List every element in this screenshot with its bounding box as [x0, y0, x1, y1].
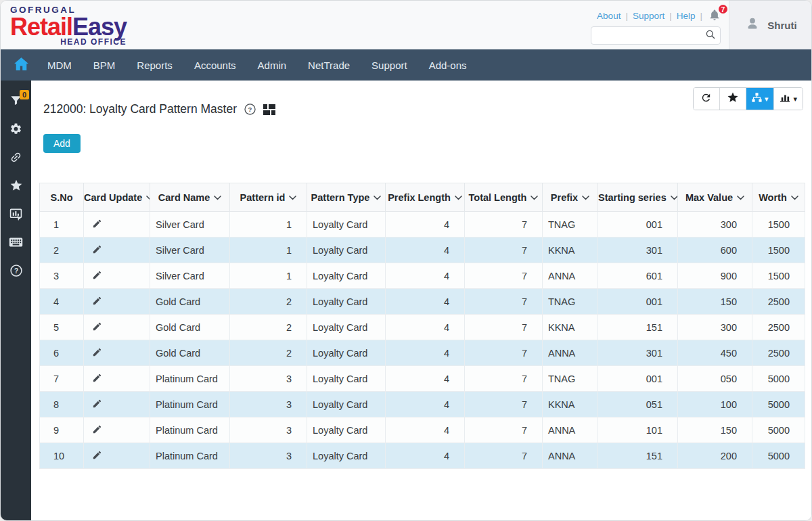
sidebar-help-button[interactable]: ? — [1, 258, 31, 286]
edit-row-button[interactable] — [89, 243, 105, 258]
notification-bell-button[interactable]: 7 — [708, 9, 721, 23]
home-button[interactable] — [9, 53, 32, 76]
column-header-pattern-type[interactable]: Pattern Type — [307, 183, 386, 212]
cell-starting-series: 301 — [598, 340, 678, 366]
edit-row-button[interactable] — [89, 320, 105, 335]
chart-view-button[interactable]: ▾ — [774, 88, 803, 110]
main-content: ▾ ▾ 212000: Loyalty Card Pattern Master … — [31, 81, 811, 521]
chevron-down-icon: ▾ — [793, 95, 797, 103]
table-row: 3Silver Card1Loyalty Card47ANNA601900150… — [40, 263, 805, 289]
table-row: 1Silver Card1Loyalty Card47TNAG001300150… — [40, 212, 805, 237]
cell-card-name: Gold Card — [150, 315, 230, 340]
cell-prefix-length: 4 — [386, 212, 465, 237]
nav-item-mdm[interactable]: MDM — [37, 49, 83, 81]
cell-pattern-id: 3 — [230, 392, 307, 417]
cell-prefix-length: 4 — [386, 443, 465, 469]
pencil-icon — [92, 321, 102, 334]
cell-max-value: 050 — [678, 366, 752, 392]
shortcut-grid-icon[interactable] — [263, 104, 275, 115]
edit-row-button[interactable] — [89, 371, 105, 386]
cell-prefix-length: 4 — [386, 366, 465, 392]
edit-row-button[interactable] — [89, 217, 105, 232]
cell-worth: 2500 — [752, 289, 805, 315]
edit-row-button[interactable] — [89, 449, 105, 463]
column-header-starting-series[interactable]: Starting series — [598, 183, 678, 212]
header-link-help[interactable]: Help — [677, 11, 696, 21]
link-separator: | — [625, 11, 628, 21]
star-icon — [9, 179, 23, 195]
cell-worth: 1500 — [752, 237, 805, 263]
column-header-worth[interactable]: Worth — [752, 183, 805, 212]
cell-worth: 5000 — [752, 417, 805, 443]
cell-prefix-length: 4 — [386, 237, 465, 263]
edit-row-button[interactable] — [89, 397, 105, 412]
app-window: GOFRUGAL RetailEasy HEAD OFFICE About|Su… — [0, 0, 812, 521]
filter-count-badge: 0 — [20, 90, 29, 99]
edit-row-button[interactable] — [89, 294, 105, 309]
cell-prefix: KKNA — [543, 315, 598, 340]
sidebar-dashboard-button[interactable] — [1, 201, 31, 229]
pencil-icon — [92, 244, 102, 256]
column-header-prefix-length[interactable]: Prefix Length — [386, 183, 465, 212]
cell-total-length: 7 — [465, 443, 543, 469]
nav-item-accounts[interactable]: Accounts — [183, 49, 247, 81]
column-header-prefix[interactable]: Prefix — [543, 183, 598, 212]
sidebar-links-button[interactable] — [1, 144, 31, 173]
cell-card-update — [84, 366, 150, 392]
sidebar-keyboard-button[interactable] — [1, 229, 31, 258]
cell-total-length: 7 — [465, 237, 543, 263]
nav-item-reports[interactable]: Reports — [126, 49, 183, 81]
nav-item-bpm[interactable]: BPM — [83, 49, 127, 81]
body-row: 0 — [1, 81, 811, 521]
sidebar-favorites-button[interactable] — [1, 173, 31, 201]
edit-row-button[interactable] — [89, 346, 105, 361]
cell-starting-series: 051 — [598, 392, 678, 417]
sidebar-settings-button[interactable] — [1, 116, 31, 144]
column-header-s-no: S.No — [40, 183, 84, 212]
star-filled-icon — [727, 91, 739, 106]
column-header-pattern-id[interactable]: Pattern id — [230, 183, 307, 212]
header-link-support[interactable]: Support — [633, 11, 664, 21]
table-header-row: S.NoCard UpdateCard NamePattern idPatter… — [40, 183, 805, 212]
nav-item-admin[interactable]: Admin — [247, 49, 298, 81]
table-row: 9Platinum Card3Loyalty Card47ANNA1011505… — [40, 417, 805, 443]
keyboard-icon — [9, 237, 23, 250]
search-icon[interactable] — [705, 29, 716, 43]
favorite-button[interactable] — [720, 88, 746, 110]
header-spacer — [127, 1, 591, 49]
sidebar-filter-button[interactable]: 0 — [1, 87, 31, 116]
nav-item-support[interactable]: Support — [361, 49, 418, 81]
title-help-button[interactable]: ? — [244, 103, 256, 116]
search-input[interactable] — [597, 30, 705, 41]
cell-s-no: 10 — [40, 443, 84, 469]
cell-card-update — [84, 289, 150, 315]
cell-total-length: 7 — [465, 212, 543, 237]
nav-item-add-ons[interactable]: Add-ons — [418, 49, 478, 81]
refresh-button[interactable] — [694, 88, 720, 110]
table-row: 8Platinum Card3Loyalty Card47KKNA0511005… — [40, 392, 805, 417]
edit-row-button[interactable] — [89, 269, 105, 284]
column-header-card-name[interactable]: Card Name — [150, 183, 230, 212]
column-label: Prefix — [551, 192, 578, 203]
user-menu[interactable]: Shruti — [729, 1, 811, 49]
add-button[interactable]: Add — [43, 134, 81, 153]
cell-pattern-type: Loyalty Card — [307, 212, 386, 237]
left-sidebar: 0 — [1, 81, 31, 521]
column-header-max-value[interactable]: Max Value — [678, 183, 752, 212]
cell-s-no: 5 — [40, 315, 84, 340]
cell-pattern-id: 1 — [230, 237, 307, 263]
cell-max-value: 450 — [678, 340, 752, 366]
nav-item-nettrade[interactable]: NetTrade — [297, 49, 361, 81]
table-row: 6Gold Card2Loyalty Card47ANNA3014502500 — [40, 340, 805, 366]
column-header-total-length[interactable]: Total Length — [465, 183, 543, 212]
header-link-about[interactable]: About — [597, 11, 621, 21]
column-label: Worth — [759, 192, 787, 203]
edit-row-button[interactable] — [89, 423, 105, 438]
cell-max-value: 600 — [678, 237, 752, 263]
cell-prefix-length: 4 — [386, 340, 465, 366]
cell-s-no: 1 — [40, 212, 84, 237]
column-header-card-update[interactable]: Card Update — [84, 183, 150, 212]
hierarchy-icon — [752, 93, 762, 105]
hierarchy-view-button[interactable]: ▾ — [746, 88, 775, 110]
pencil-icon — [92, 373, 102, 385]
